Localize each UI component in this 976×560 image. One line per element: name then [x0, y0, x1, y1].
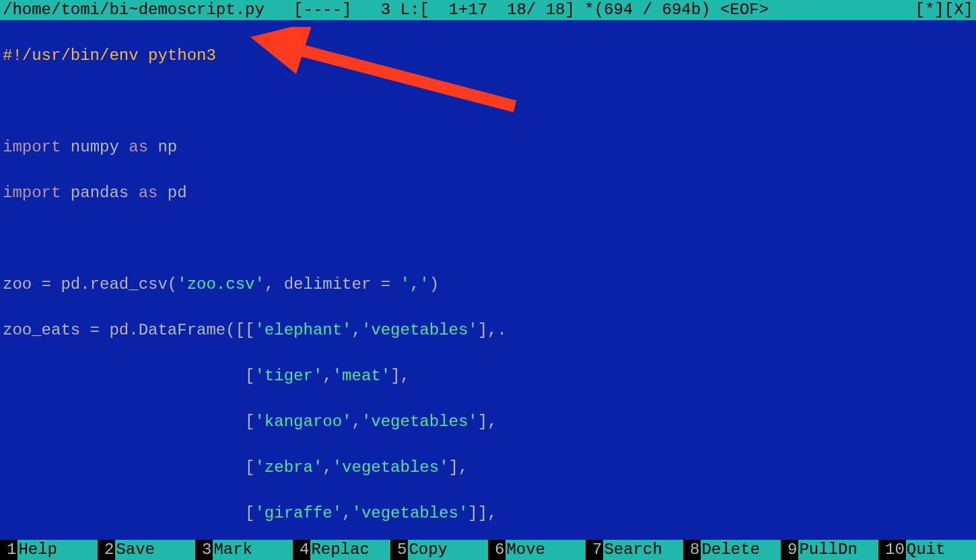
fn-delete[interactable]: 8Delete: [683, 540, 781, 560]
fn-save[interactable]: 2Save: [98, 540, 195, 560]
editor-area[interactable]: #!/usr/bin/env python3 import numpy as n…: [0, 20, 976, 560]
col-indicator: 3: [381, 0, 390, 20]
fn-pulldn[interactable]: 9PullDn: [781, 540, 878, 560]
fn-copy[interactable]: 5Copy: [390, 540, 488, 560]
function-key-bar: 1Help 2Save 3Mark 4Replac 5Copy 6Move 7S…: [0, 540, 976, 560]
title-bar: /home/tomi/bi~demoscript.py [----] 3 L:[…: [0, 0, 976, 20]
modified-indicator: [*]: [915, 0, 944, 20]
file-path: /home/tomi/bi~demoscript.py: [3, 0, 265, 20]
fn-search[interactable]: 7Search: [586, 540, 683, 560]
fn-mark[interactable]: 3Mark: [195, 540, 293, 560]
fn-replace[interactable]: 4Replac: [293, 540, 390, 560]
shebang-line: #!/usr/bin/env python3: [3, 46, 216, 65]
fn-help[interactable]: 1Help: [0, 540, 98, 560]
close-button[interactable]: [X]: [944, 0, 973, 20]
fn-move[interactable]: 6Move: [488, 540, 586, 560]
fn-quit[interactable]: 10Quit: [878, 540, 976, 560]
mode-indicator: [----]: [293, 0, 351, 20]
